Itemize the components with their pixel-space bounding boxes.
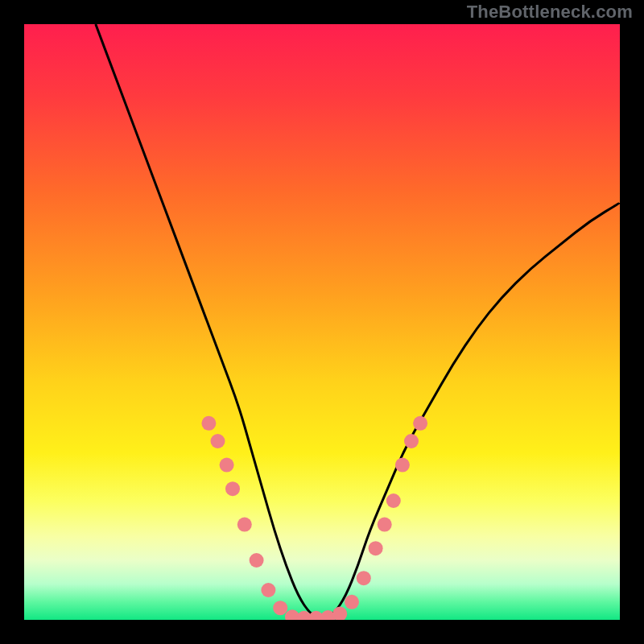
highlight-dot [386, 493, 401, 508]
highlight-dot [357, 571, 371, 585]
highlight-dot [345, 595, 359, 609]
highlight-dot [211, 434, 225, 448]
highlight-dot [395, 458, 410, 473]
plot-area [24, 24, 620, 620]
highlight-dot [250, 553, 264, 568]
highlight-dot [220, 458, 234, 473]
highlight-dot [261, 583, 275, 597]
chart-stage: TheBottleneck.com [0, 0, 644, 644]
highlight-dot [225, 481, 240, 496]
highlight-dot [404, 434, 419, 448]
highlight-dot [201, 416, 216, 431]
highlight-dot [369, 541, 383, 555]
highlight-dot [273, 601, 287, 615]
highlight-dot [237, 518, 252, 532]
highlight-dot [332, 607, 347, 620]
highlight-dot [413, 416, 427, 431]
dots-layer [24, 24, 620, 620]
watermark-text: TheBottleneck.com [467, 2, 633, 23]
highlight-dot [378, 518, 392, 532]
